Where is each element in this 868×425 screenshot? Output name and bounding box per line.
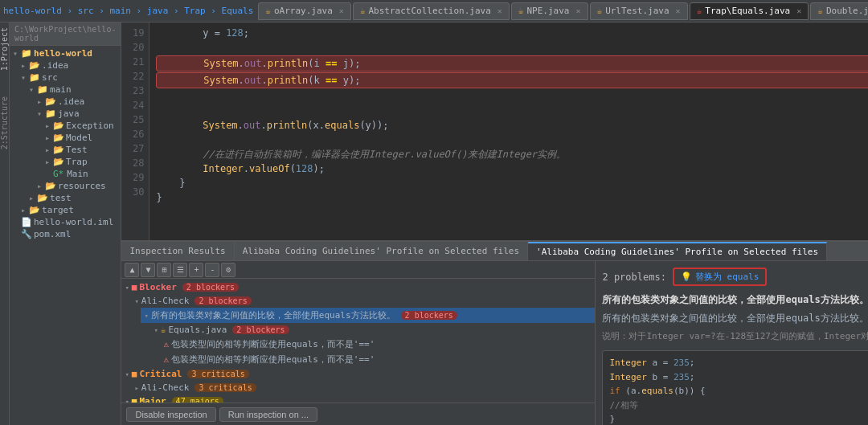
code-line-28: Integer.valueOf(128); bbox=[156, 161, 868, 176]
code-line-29: } bbox=[156, 176, 868, 190]
project-tree: ▾ 📁 hello-world ▸ 📂 .idea ▾ 📁 src ▾ 📁 ma… bbox=[10, 46, 121, 425]
insp-equals-rule[interactable]: ▾ 所有的包装类对象之间值的比较，全部使用equals方法比较。 2 block… bbox=[141, 308, 595, 323]
bulb-icon: 💡 bbox=[681, 272, 692, 282]
code-example: Integer a = 235; Integer b = 235; if (a.… bbox=[602, 350, 868, 425]
top-bar: hello-world › src › main › java › Trap ›… bbox=[0, 0, 868, 22]
tab-TrapEquals[interactable]: ☕Trap\Equals.java✕ bbox=[690, 2, 809, 20]
tab-UrlTest[interactable]: ☕UrlTest.java✕ bbox=[590, 2, 688, 20]
tree-item-main[interactable]: ▾ 📁 main bbox=[26, 84, 121, 96]
tab-alibaba-profile2[interactable]: 'Alibaba Coding Guidelines' Profile on S… bbox=[528, 242, 827, 260]
insp-alicheck-critical[interactable]: ▸ Ali-Check 3 criticals bbox=[131, 381, 595, 394]
desc-title: 所有的包装类对象之间值的比较，全部使用equals方法比较。inspection bbox=[602, 292, 868, 308]
tab-oArray[interactable]: ☕oArray.java✕ bbox=[258, 2, 351, 20]
inspection-desc: 所有的包装类对象之间值的比较，全部使用equals方法比较。inspection… bbox=[602, 292, 868, 425]
insp-blocker-header[interactable]: ▾ ■ Blocker 2 blockers bbox=[121, 280, 595, 294]
desc-body: 所有的包装类对象之间值的比较，全部使用equals方法比较。 bbox=[602, 311, 868, 326]
project-strip-label[interactable]: 1:Project bbox=[0, 22, 9, 76]
toolbar-expand-btn[interactable]: + bbox=[189, 263, 203, 277]
code-line-30: } bbox=[156, 190, 868, 205]
tree-item-hello-world[interactable]: ▾ 📁 hello-world bbox=[10, 47, 121, 59]
bottom-tabs: Inspection Results Alibaba Coding Guidel… bbox=[121, 242, 868, 261]
inspection-tree: ▾ ■ Blocker 2 blockers ▾ Ali-Check 2 blo… bbox=[121, 279, 595, 403]
insp-equals-issue-2[interactable]: ⚠ 包装类型间的相等判断应使用equals，而不是'==' bbox=[160, 352, 595, 367]
toolbar-down-btn[interactable]: ▼ bbox=[141, 263, 155, 277]
toolbar-up-btn[interactable]: ▲ bbox=[125, 263, 139, 277]
tree-item-java[interactable]: ▾ 📁 java bbox=[34, 108, 121, 120]
inspection-toolbar: ▲ ▼ ⊞ ☰ + - ⚙ bbox=[121, 261, 595, 279]
tree-item-model[interactable]: ▸ 📂 Model bbox=[42, 132, 121, 144]
fix-equals-btn[interactable]: 💡 替换为 equals bbox=[673, 268, 767, 286]
toolbar-group-btn[interactable]: ☰ bbox=[173, 263, 187, 277]
toolbar-filter-btn[interactable]: ⊞ bbox=[157, 263, 171, 277]
disable-inspection-btn[interactable]: Disable inspection bbox=[126, 407, 215, 422]
insp-major-header[interactable]: ▾ ■ Major 47 majors bbox=[121, 394, 595, 403]
tree-item-src[interactable]: ▾ 📁 src bbox=[18, 72, 121, 84]
critical-count: 3 criticals bbox=[187, 370, 248, 378]
code-line-19: y = 128; bbox=[156, 26, 868, 40]
tab-inspection-results[interactable]: Inspection Results bbox=[121, 242, 234, 260]
tree-item-test[interactable]: ▸ 📂 test bbox=[26, 192, 121, 204]
code-line-21: System.out.println(i == j); bbox=[156, 55, 868, 72]
tree-item-resources[interactable]: ▸ 📂 resources bbox=[34, 180, 121, 192]
tree-item-exception[interactable]: ▸ 📂 Exception bbox=[42, 120, 121, 132]
code-line-25: System.out.println(x.equals(y)); bbox=[156, 118, 868, 133]
tree-item-iml[interactable]: 📄 hello-world.iml bbox=[18, 216, 121, 228]
action-bar: Disable inspection Run inspection on ... bbox=[121, 403, 595, 425]
major-icon: ■ bbox=[132, 396, 137, 403]
bottom-content: ▲ ▼ ⊞ ☰ + - ⚙ ▾ ■ Blocker bbox=[121, 261, 868, 425]
inspection-right-header: 2 problems: 💡 替换为 equals bbox=[602, 268, 868, 286]
code-line-22: System.out.println(k == y); bbox=[156, 72, 868, 88]
right-side: 19 20 21 22 23 24 25 26 27 28 29 30 y = … bbox=[121, 22, 868, 425]
tab-alibaba-profile1[interactable]: Alibaba Coding Guidelines' Profile on Se… bbox=[235, 242, 528, 260]
code-line-26 bbox=[156, 133, 868, 147]
line-numbers: 19 20 21 22 23 24 25 26 27 28 29 30 bbox=[121, 22, 149, 240]
tab-NPE[interactable]: ☕NPE.java✕ bbox=[511, 2, 588, 20]
code-line-24 bbox=[156, 104, 868, 118]
tree-item-pom[interactable]: 🔧 pom.xml bbox=[18, 228, 121, 240]
tab-AbstractCollection[interactable]: ☕AbstractCollection.java✕ bbox=[353, 2, 510, 20]
code-line-27: //在进行自动折装箱时，编译器会使用Integer.valueOf()来创建In… bbox=[156, 147, 868, 161]
bottom-panel: Inspection Results Alibaba Coding Guidel… bbox=[121, 240, 868, 425]
run-inspection-btn[interactable]: Run inspection on ... bbox=[219, 407, 317, 422]
code-content[interactable]: y = 128; System.out.println(i == j); Sys… bbox=[149, 22, 868, 240]
blocker-count: 2 blockers bbox=[182, 283, 239, 292]
inspection-right: 2 problems: 💡 替换为 equals 所有的包装类对象之间值的比较，… bbox=[596, 261, 868, 425]
insp-critical-header[interactable]: ▾ ■ Critical 3 criticals bbox=[121, 367, 595, 381]
blocker-icon: ■ bbox=[132, 282, 137, 292]
insp-equals-java-file[interactable]: ▾ ☕ Equals.java 2 blockers bbox=[150, 323, 595, 337]
project-header: C:\WorkProject\hello-world bbox=[10, 22, 121, 46]
project-panel: C:\WorkProject\hello-world ▾ 📁 hello-wor… bbox=[10, 22, 121, 425]
major-count: 47 majors bbox=[172, 397, 223, 403]
desc-note: 说明：对于Integer var=?在-128至127之间的赋值，Integer… bbox=[602, 329, 868, 344]
toolbar-collapse-btn[interactable]: - bbox=[205, 263, 219, 277]
tree-item-idea1[interactable]: ▸ 📂 .idea bbox=[18, 59, 121, 72]
code-line-20 bbox=[156, 40, 868, 55]
critical-icon: ■ bbox=[132, 369, 137, 379]
tab-Double[interactable]: ☕Double.java✕ bbox=[810, 2, 868, 20]
tree-item-target[interactable]: ▸ 📂 target bbox=[18, 204, 121, 216]
alicheck-blocker-count: 2 blockers bbox=[194, 296, 251, 305]
insp-equals-issue-1[interactable]: ⚠ 包装类型间的相等判断应使用equals，而不是'==' bbox=[160, 337, 595, 352]
structure-strip-label[interactable]: 2:Structure bbox=[0, 92, 9, 154]
project-breadcrumb: hello-world › src › main › java › Trap ›… bbox=[3, 6, 253, 16]
main-layout: 1:Project 2:Structure C:\WorkProject\hel… bbox=[0, 22, 868, 425]
inspection-left: ▲ ▼ ⊞ ☰ + - ⚙ ▾ ■ Blocker bbox=[121, 261, 596, 425]
insp-alicheck-blocker[interactable]: ▾ Ali-Check 2 blockers bbox=[131, 294, 595, 308]
problems-count: 2 problems: bbox=[602, 272, 665, 283]
editor-area: 19 20 21 22 23 24 25 26 27 28 29 30 y = … bbox=[121, 22, 868, 240]
tree-item-idea2[interactable]: ▸ 📂 .idea bbox=[34, 96, 121, 108]
tree-item-trap[interactable]: ▸ 📂 Trap bbox=[42, 156, 121, 168]
code-line-23 bbox=[156, 89, 868, 104]
tree-item-main-class[interactable]: G* Main bbox=[50, 168, 121, 180]
tree-item-test-folder[interactable]: ▸ 📂 Test bbox=[42, 144, 121, 156]
project-path: C:\WorkProject\hello-world bbox=[14, 25, 116, 43]
toolbar-settings-btn[interactable]: ⚙ bbox=[221, 263, 235, 277]
